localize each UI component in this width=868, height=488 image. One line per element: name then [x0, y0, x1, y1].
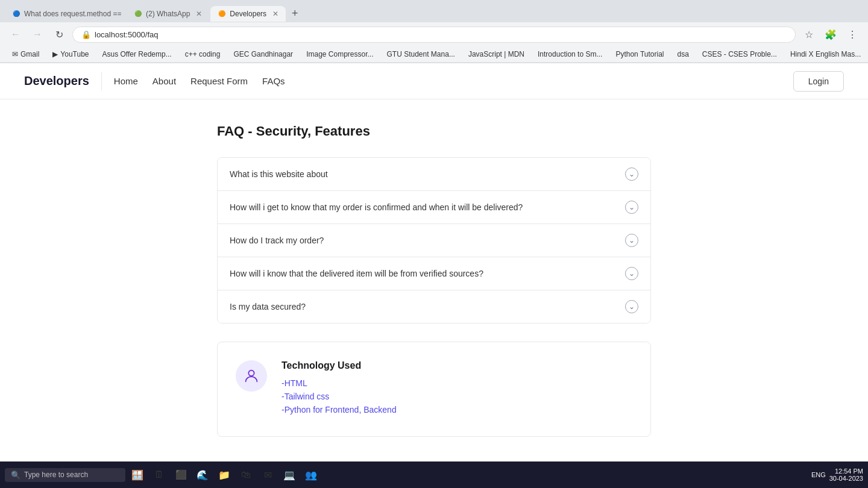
navbar-divider — [101, 72, 102, 90]
taskbar-date: 30-04-2023 — [829, 475, 863, 482]
main-content: FAQ - Security, Features What is this we… — [205, 99, 663, 473]
tech-avatar — [236, 360, 267, 392]
user-icon — [243, 368, 260, 384]
extensions-button[interactable]: 🧩 — [822, 26, 839, 43]
back-button[interactable]: ← — [7, 26, 24, 43]
tech-item-html: -HTML — [281, 378, 632, 388]
faq-item-3[interactable]: How do I track my order? ⌄ — [218, 224, 650, 257]
tab-2-close[interactable]: ✕ — [196, 10, 202, 18]
faq-item-4[interactable]: How will i know that the delivered item … — [218, 257, 650, 290]
tab-2-label: (2) WhatsApp — [146, 10, 190, 18]
bookmark-intro[interactable]: Introduction to Sm... — [533, 49, 607, 60]
tab-2-favicon: 🟢 — [134, 10, 142, 18]
tab-1-label: What does request.method == — [24, 10, 121, 18]
faq-question-3: How do I track my order? — [230, 236, 324, 245]
taskbar-edge[interactable]: 🌊 — [193, 465, 212, 484]
bookmarks-bar: ✉ Gmail ▶ YouTube Asus Offer Redemp... c… — [0, 46, 868, 63]
faq-question-1: What is this website about — [230, 169, 328, 179]
bookmark-mdn[interactable]: JavaScript | MDN — [464, 49, 529, 60]
navbar: Developers Home About Request Form FAQs … — [0, 63, 868, 99]
tab-1[interactable]: 🔵 What does request.method == ✕ — [5, 6, 125, 22]
tech-title: Technology Used — [281, 360, 632, 371]
nav-home[interactable]: Home — [114, 74, 138, 89]
tab-3-label: Developers — [230, 10, 266, 18]
svg-point-0 — [248, 371, 254, 376]
address-field[interactable]: 🔒 localhost:5000/faq — [72, 27, 796, 43]
menu-button[interactable]: ⋮ — [844, 26, 861, 43]
navbar-links: Home About Request Form FAQs — [114, 74, 793, 89]
forward-button[interactable]: → — [29, 26, 46, 43]
faq-chevron-3: ⌄ — [625, 234, 638, 247]
browser-chrome: 🔵 What does request.method == ✕ 🟢 (2) Wh… — [0, 0, 868, 63]
taskbar-explorer[interactable]: 📁 — [215, 465, 234, 484]
youtube-icon: ▶ — [52, 50, 58, 58]
faq-list: What is this website about ⌄ How will i … — [217, 157, 651, 324]
tech-card: Technology Used -HTML -Tailwind css -Pyt… — [217, 342, 651, 437]
reload-button[interactable]: ↻ — [51, 26, 68, 43]
taskbar-clock[interactable]: 12:54 PM 30-04-2023 — [829, 468, 863, 482]
faq-chevron-4: ⌄ — [625, 267, 638, 280]
bookmark-cses[interactable]: CSES - CSES Proble... — [697, 49, 782, 60]
taskbar-start[interactable]: 🪟 — [128, 465, 147, 484]
bookmark-asus[interactable]: Asus Offer Redemp... — [98, 49, 177, 60]
bookmark-python[interactable]: Python Tutorial — [611, 49, 668, 60]
navbar-right: Login — [793, 71, 844, 92]
bookmark-youtube[interactable]: ▶ YouTube — [48, 49, 93, 60]
bookmark-gmail[interactable]: ✉ Gmail — [7, 49, 44, 60]
tab-3-close[interactable]: ✕ — [272, 10, 278, 18]
nav-faqs[interactable]: FAQs — [262, 74, 285, 89]
gmail-icon: ✉ — [12, 50, 18, 58]
bookmark-gec[interactable]: GEC Gandhinagar — [228, 49, 298, 60]
taskbar-time: 12:54 PM — [835, 468, 863, 475]
bookmark-cpp[interactable]: c++ coding — [180, 49, 225, 60]
faq-chevron-2: ⌄ — [625, 201, 638, 214]
taskbar: 🔍 Type here to search 🪟 🗓 ⬛ 🌊 📁 🛍 ✉ 💻 👥 … — [0, 461, 868, 488]
tech-item-python: -Python for Frontend, Backend — [281, 405, 632, 414]
taskbar-code[interactable]: 💻 — [280, 465, 299, 484]
tab-3-favicon: 🟠 — [218, 10, 226, 18]
taskbar-right: ENG 12:54 PM 30-04-2023 — [811, 468, 863, 482]
bookmark-hindi[interactable]: Hindi X English Mas... — [785, 49, 866, 60]
lang-indicator: ENG — [811, 471, 826, 478]
taskbar-widget[interactable]: 🗓 — [149, 465, 169, 484]
bookmark-button[interactable]: ☆ — [800, 26, 817, 43]
faq-chevron-1: ⌄ — [625, 167, 638, 181]
tab-1-favicon: 🔵 — [12, 10, 20, 18]
address-text: localhost:5000/faq — [95, 30, 159, 39]
page-content: Developers Home About Request Form FAQs … — [0, 63, 868, 488]
nav-about[interactable]: About — [153, 74, 176, 89]
faq-chevron-5: ⌄ — [625, 300, 638, 313]
tab-bar: 🔵 What does request.method == ✕ 🟢 (2) Wh… — [0, 0, 868, 22]
new-tab-button[interactable]: + — [287, 5, 303, 22]
bookmark-dsa[interactable]: dsa — [672, 49, 693, 60]
faq-item-2[interactable]: How will i get to know that my order is … — [218, 191, 650, 224]
search-icon: 🔍 — [11, 471, 20, 480]
taskbar-search[interactable]: 🔍 Type here to search — [5, 468, 125, 482]
faq-question-2: How will i get to know that my order is … — [230, 202, 523, 212]
lock-icon: 🔒 — [81, 30, 91, 39]
tab-3[interactable]: 🟠 Developers ✕ — [210, 6, 286, 22]
taskbar-mail[interactable]: ✉ — [258, 465, 277, 484]
login-button[interactable]: Login — [793, 71, 844, 92]
taskbar-people[interactable]: 👥 — [301, 465, 321, 484]
address-bar-row: ← → ↻ 🔒 localhost:5000/faq ☆ 🧩 ⋮ — [0, 22, 868, 46]
faq-question-4: How will i know that the delivered item … — [230, 269, 483, 278]
tech-content: Technology Used -HTML -Tailwind css -Pyt… — [281, 360, 632, 418]
bookmark-image[interactable]: Image Compressor... — [301, 49, 378, 60]
bookmark-gtu[interactable]: GTU Student Mana... — [382, 49, 460, 60]
faq-item-5[interactable]: Is my data secured? ⌄ — [218, 290, 650, 323]
taskbar-store[interactable]: 🛍 — [236, 465, 256, 484]
nav-request-form[interactable]: Request Form — [190, 74, 248, 89]
tech-item-tailwind: -Tailwind css — [281, 392, 632, 401]
faq-question-5: Is my data secured? — [230, 302, 306, 311]
faq-item-1[interactable]: What is this website about ⌄ — [218, 158, 650, 191]
taskbar-taskview[interactable]: ⬛ — [171, 465, 190, 484]
faq-title: FAQ - Security, Features — [217, 124, 651, 139]
navbar-brand: Developers — [24, 74, 89, 88]
tab-2[interactable]: 🟢 (2) WhatsApp ✕ — [127, 6, 209, 22]
sys-tray: ENG — [811, 471, 826, 478]
taskbar-search-text: Type here to search — [24, 471, 88, 479]
